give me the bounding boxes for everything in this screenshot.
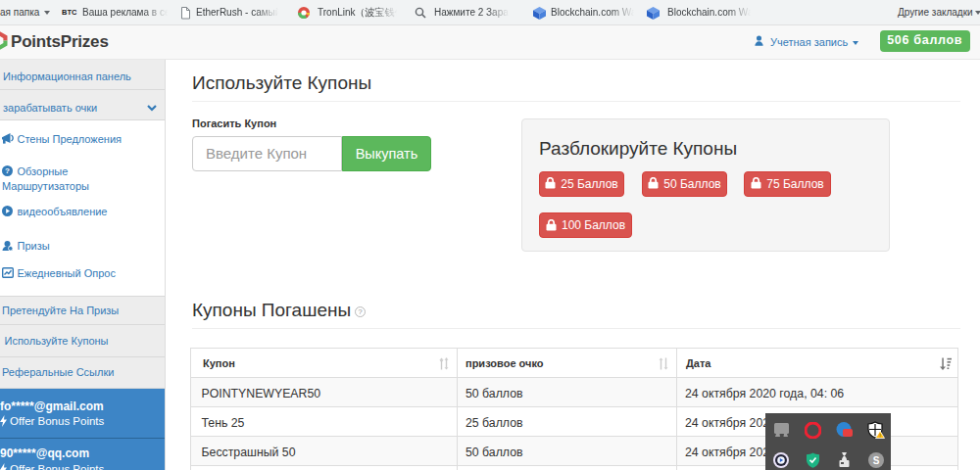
svg-text:?: ?	[358, 307, 363, 316]
svg-text:!: !	[879, 433, 880, 439]
svg-text:?: ?	[5, 166, 10, 175]
svg-text:S: S	[873, 455, 880, 466]
